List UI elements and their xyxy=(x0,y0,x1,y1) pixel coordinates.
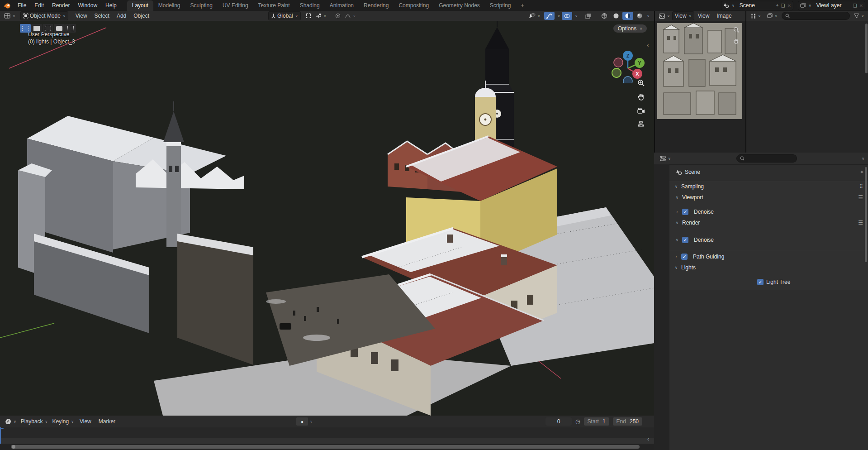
workspace-tab-shading[interactable]: Shading xyxy=(295,0,325,11)
view-layer-selector[interactable]: ∨ ViewLayer ❏ ✕ xyxy=(798,1,865,10)
perspective-ortho-icon[interactable] xyxy=(635,118,647,129)
path-guiding-checkbox[interactable]: ✓ xyxy=(681,254,688,260)
select-mode-lasso[interactable] xyxy=(54,24,65,33)
timeline-ruler[interactable] xyxy=(0,427,654,439)
workspace-tab-layout[interactable]: Layout xyxy=(127,0,153,11)
transform-orientation[interactable]: Global ∨ xyxy=(268,11,301,20)
filter-icon[interactable]: ∨ xyxy=(852,12,866,20)
select-mode-tweak[interactable] xyxy=(20,24,31,33)
use-preview-range-icon[interactable]: ◷ xyxy=(575,418,580,425)
frame-end-field[interactable]: End250 xyxy=(613,417,642,426)
denoise-checkbox[interactable]: ✓ xyxy=(682,237,688,243)
presets-icon[interactable]: ☰ xyxy=(858,194,863,201)
zoom-icon[interactable] xyxy=(635,77,647,89)
snap-settings[interactable]: ∨ xyxy=(313,12,329,20)
topbar-menu-help[interactable]: Help xyxy=(101,2,121,9)
shading-dropdown[interactable]: ∨ xyxy=(647,14,650,18)
viewport-canvas[interactable] xyxy=(0,21,654,416)
topbar-menu-file[interactable]: File xyxy=(14,2,30,9)
select-mode-circle[interactable] xyxy=(43,24,53,33)
shading-wireframe-button[interactable] xyxy=(599,12,610,20)
collapse-sidebar-arrow[interactable]: ‹ xyxy=(647,42,649,48)
shading-rendered-button[interactable] xyxy=(634,12,645,20)
path-guiding-header[interactable]: ›✓ Path Guiding xyxy=(669,251,868,262)
outliner-search-input[interactable] xyxy=(782,12,850,20)
topbar-menu-render[interactable]: Render xyxy=(48,2,74,9)
camera-view-icon[interactable] xyxy=(635,105,647,116)
overlays-dropdown[interactable]: ∨ xyxy=(575,14,578,18)
editor-type-button[interactable]: ∨ xyxy=(657,12,672,20)
image-editor-menu-image[interactable]: Image xyxy=(713,13,735,19)
shading-material-preview-button[interactable] xyxy=(622,12,633,20)
timeline-scrollbar[interactable] xyxy=(11,445,640,449)
proportional-editing-toggle[interactable] xyxy=(333,12,343,20)
timeline-channels[interactable] xyxy=(0,438,654,444)
timeline-menu-playback[interactable]: Playback∨ xyxy=(19,417,50,426)
selectability-visibility-popover[interactable]: ∨ xyxy=(526,12,543,20)
editor-type-button[interactable]: ∨ xyxy=(658,154,673,163)
xray-toggle[interactable] xyxy=(583,12,593,20)
auto-keying-button[interactable]: ● xyxy=(296,417,308,426)
shading-solid-button[interactable] xyxy=(611,12,621,20)
add-workspace-button[interactable]: + xyxy=(516,0,529,11)
viewport-3d[interactable]: ∨ Object Mode ∨ ViewSelectAddObject Glob… xyxy=(0,11,654,416)
light-tree-checkbox[interactable]: ✓ xyxy=(757,279,764,285)
pin-icon[interactable]: ⌖ xyxy=(860,169,863,175)
new-scene-icon[interactable]: ❏ xyxy=(781,3,785,8)
viewport-menu-add[interactable]: Add xyxy=(113,13,130,19)
render-denoise-header[interactable]: ∨✓ Denoise xyxy=(669,235,868,245)
texture-preview-image[interactable] xyxy=(657,23,742,119)
pan-hand-icon[interactable] xyxy=(731,36,741,46)
options-button[interactable]: Options∨ xyxy=(613,24,647,33)
viewport-menu-select[interactable]: Select xyxy=(91,13,113,19)
display-mode-button[interactable]: ∨ xyxy=(765,12,780,20)
editor-type-button[interactable]: ∨ xyxy=(748,12,763,20)
timeline-menu-view[interactable]: View xyxy=(76,418,95,425)
editor-type-button[interactable]: ∨ xyxy=(3,417,19,426)
topbar-menu-window[interactable]: Window xyxy=(74,2,101,9)
sampling-viewport-header[interactable]: ∨Viewport ☰ xyxy=(669,192,868,203)
keying-dropdown[interactable]: ∨ xyxy=(310,420,313,424)
scrollbar-handle-dot[interactable] xyxy=(12,445,15,449)
viewport-menu-view[interactable]: View xyxy=(72,13,91,19)
select-mode-paint[interactable] xyxy=(65,24,76,33)
workspace-tab-rendering[interactable]: Rendering xyxy=(359,0,394,11)
workspace-tab-sculpting[interactable]: Sculpting xyxy=(185,0,218,11)
workspace-tab-geometry-nodes[interactable]: Geometry Nodes xyxy=(434,0,485,11)
lights-panel-header[interactable]: ∨Lights xyxy=(669,262,868,273)
viewport-menu-object[interactable]: Object xyxy=(130,13,153,19)
sampling-panel-header[interactable]: ∨Sampling ⠿ xyxy=(669,181,868,192)
new-layer-icon[interactable]: ❏ xyxy=(853,3,857,8)
presets-icon[interactable]: ☰ xyxy=(858,220,863,226)
pin-icon[interactable]: ⌖ xyxy=(776,3,779,8)
current-frame-field[interactable]: 0 xyxy=(545,417,572,426)
pan-hand-icon[interactable] xyxy=(635,91,647,103)
workspace-tab-texture-paint[interactable]: Texture Paint xyxy=(253,0,295,11)
workspace-tab-uv-editing[interactable]: UV Editing xyxy=(218,0,253,11)
workspace-tab-animation[interactable]: Animation xyxy=(325,0,359,11)
timeline-menu-marker[interactable]: Marker xyxy=(95,418,119,425)
viewport-denoise-header[interactable]: ›✓ Denoise xyxy=(669,206,868,217)
overlays-toggle[interactable] xyxy=(562,12,572,20)
outliner-scrollbar[interactable] xyxy=(865,24,868,73)
workspace-tab-modeling[interactable]: Modeling xyxy=(153,0,185,11)
snap-toggle[interactable] xyxy=(304,12,313,20)
properties-search-input[interactable] xyxy=(736,154,797,163)
properties-options-dropdown[interactable]: ∨ xyxy=(862,157,864,161)
select-mode-box[interactable] xyxy=(31,24,42,33)
denoise-checkbox[interactable]: ✓ xyxy=(682,209,688,215)
zoom-icon[interactable] xyxy=(731,24,741,34)
image-editor-mode[interactable]: View∨ xyxy=(672,11,694,20)
mode-selector[interactable]: Object Mode ∨ xyxy=(20,11,68,20)
collapse-sidebar-arrow[interactable]: ‹ xyxy=(647,436,649,442)
workspace-tab-compositing[interactable]: Compositing xyxy=(394,0,434,11)
gizmos-dropdown[interactable]: ∨ xyxy=(557,14,560,18)
workspace-tab-scripting[interactable]: Scripting xyxy=(485,0,516,11)
navigation-gizmo[interactable]: Z Y X xyxy=(604,34,654,83)
editor-type-button[interactable]: ∨ xyxy=(2,12,18,20)
blender-logo-icon[interactable] xyxy=(0,2,14,9)
image-editor-menu-view[interactable]: View xyxy=(694,13,713,19)
playhead[interactable] xyxy=(0,427,1,444)
scene-selector[interactable]: ∨ Scene ⌖ ❏ ✕ xyxy=(721,1,793,10)
sampling-render-header[interactable]: ∨Render ☰ xyxy=(669,217,868,228)
